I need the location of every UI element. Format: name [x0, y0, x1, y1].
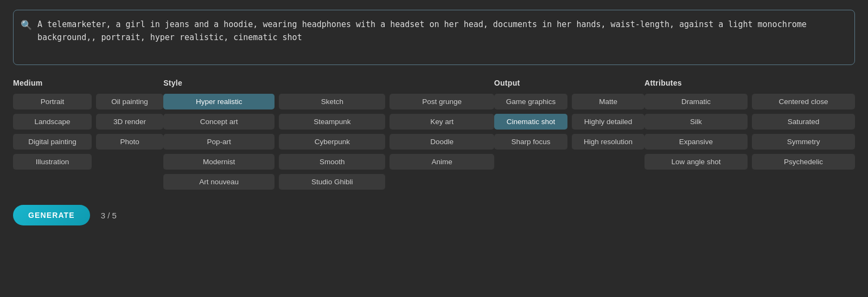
medium-category: Medium PortraitOil paintingLandscape3D r… — [13, 79, 163, 170]
tag-high-resolution[interactable]: High resolution — [572, 134, 644, 150]
tag-landscape[interactable]: Landscape — [13, 114, 92, 130]
tag-silk[interactable]: Silk — [644, 114, 748, 130]
tag-anime[interactable]: Anime — [390, 154, 494, 170]
search-wrapper: 🔍 — [13, 10, 855, 67]
tag-pop-art[interactable]: Pop-art — [163, 134, 275, 150]
tag-low-angle-shot[interactable]: Low angle shot — [644, 154, 748, 170]
categories-row: Medium PortraitOil paintingLandscape3D r… — [13, 79, 855, 190]
style-title: Style — [163, 79, 494, 87]
tag-3d-render[interactable]: 3D render — [96, 114, 163, 130]
tag-digital-painting[interactable]: Digital painting — [13, 134, 92, 150]
tag-art-nouveau[interactable]: Art nouveau — [163, 174, 275, 190]
medium-items: PortraitOil paintingLandscape3D renderDi… — [13, 94, 163, 170]
output-category: Output Game graphicsMatteCinematic shotH… — [494, 79, 644, 150]
tag-centered-close[interactable]: Centered close — [752, 94, 855, 109]
tag-symmetry[interactable]: Symmetry — [752, 134, 855, 150]
tag-doodle[interactable]: Doodle — [390, 134, 494, 150]
search-input[interactable] — [13, 10, 855, 65]
medium-title: Medium — [13, 79, 163, 87]
tag-sketch[interactable]: Sketch — [279, 94, 385, 109]
style-items: Hyper realisticSketchPost grungeConcept … — [163, 94, 494, 190]
generate-button[interactable]: GENERATE — [13, 205, 90, 225]
style-category: Style Hyper realisticSketchPost grungeCo… — [163, 79, 494, 190]
tag-saturated[interactable]: Saturated — [752, 114, 855, 130]
tag-psychedelic[interactable]: Psychedelic — [752, 154, 855, 170]
attributes-items: DramaticCentered closeSilkSaturatedExpan… — [644, 94, 855, 170]
tag-matte[interactable]: Matte — [572, 94, 644, 109]
tag-oil-painting[interactable]: Oil painting — [96, 94, 163, 109]
tag-post-grunge[interactable]: Post grunge — [390, 94, 494, 109]
tag-illustration[interactable]: Illustration — [13, 154, 92, 170]
attributes-category: Attributes DramaticCentered closeSilkSat… — [644, 79, 855, 170]
attributes-title: Attributes — [644, 79, 855, 87]
tag-steampunk[interactable]: Steampunk — [279, 114, 385, 130]
tag-sharp-focus[interactable]: Sharp focus — [494, 134, 567, 150]
tag-expansive[interactable]: Expansive — [644, 134, 748, 150]
tag-hyper-realistic[interactable]: Hyper realistic — [163, 94, 275, 109]
tag-cyberpunk[interactable]: Cyberpunk — [279, 134, 385, 150]
count-label: 3 / 5 — [101, 211, 117, 220]
tag-photo[interactable]: Photo — [96, 134, 163, 150]
tag-smooth[interactable]: Smooth — [279, 154, 385, 170]
tag-modernist[interactable]: Modernist — [163, 154, 275, 170]
footer-row: GENERATE 3 / 5 — [13, 205, 855, 225]
tag-game-graphics[interactable]: Game graphics — [494, 94, 567, 109]
tag-concept-art[interactable]: Concept art — [163, 114, 275, 130]
tag-highly-detailed[interactable]: Highly detailed — [572, 114, 644, 130]
tag-portrait[interactable]: Portrait — [13, 94, 92, 109]
tag-dramatic[interactable]: Dramatic — [644, 94, 748, 109]
output-title: Output — [494, 79, 644, 87]
tag-cinematic-shot[interactable]: Cinematic shot — [494, 114, 567, 130]
tag-studio-ghibli[interactable]: Studio Ghibli — [279, 174, 385, 190]
tag-key-art[interactable]: Key art — [390, 114, 494, 130]
output-items: Game graphicsMatteCinematic shotHighly d… — [494, 94, 644, 150]
search-icon: 🔍 — [21, 20, 32, 31]
